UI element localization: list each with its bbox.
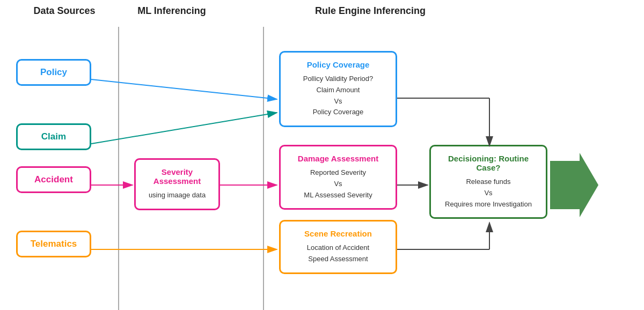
datasource-telematics: Telematics [16, 231, 91, 257]
divider-2 [263, 27, 264, 310]
diagram-container: Data Sources ML Inferencing Rule Engine … [0, 0, 644, 310]
decision-box: Decisioning: Routine Case? Release funds… [429, 145, 547, 219]
header-rule-engine: Rule Engine Inferencing [263, 5, 478, 17]
datasource-policy: Policy [16, 59, 91, 86]
divider-1 [118, 27, 119, 310]
rule-scene-recreation: Scene Recreation Location of Accident Sp… [279, 220, 397, 274]
datasource-accident: Accident [16, 166, 91, 193]
header-ml-inferencing: ML Inferencing [123, 5, 220, 17]
datasource-claim: Claim [16, 123, 91, 150]
header-data-sources: Data Sources [16, 5, 113, 17]
rule-damage-assessment: Damage Assessment Reported Severity Vs M… [279, 145, 397, 210]
ml-severity-assessment: Severity Assessment using imaage data [134, 158, 220, 210]
svg-marker-16 [550, 153, 598, 217]
rule-policy-coverage: Policy Coverage Pollicy Validity Period?… [279, 51, 397, 127]
